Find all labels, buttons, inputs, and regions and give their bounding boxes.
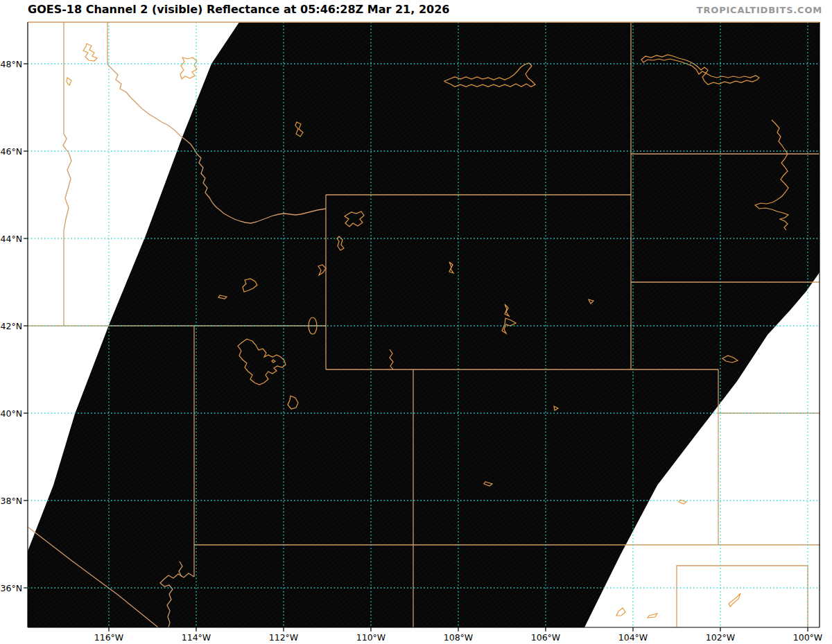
lon-tick-label-114w: 114°W [177, 632, 216, 643]
lon-tick-label-102w: 102°W [701, 632, 740, 643]
lon-tick-label-110w: 110°W [352, 632, 390, 643]
satellite-image-page: GOES-18 Channel 2 (visible) Reflectance … [0, 0, 832, 644]
lat-tick-label-44n: 44°N [0, 234, 22, 244]
lat-tick-label-36n: 36°N [0, 583, 22, 593]
map-svg [0, 0, 832, 644]
lon-tick-label-112w: 112°W [264, 632, 303, 643]
lat-tick-label-46n: 46°N [0, 146, 22, 157]
lon-tick-label-100w: 100°W [788, 632, 827, 643]
lon-tick-label-108w: 108°W [439, 632, 478, 643]
lat-tick-label-48n: 48°N [0, 59, 22, 69]
lat-tick-label-40n: 40°N [0, 408, 22, 419]
lat-tick-label-42n: 42°N [0, 321, 22, 331]
lat-tick-label-38n: 38°N [0, 496, 22, 506]
lon-tick-label-116w: 116°W [89, 632, 128, 643]
lon-tick-label-104w: 104°W [614, 632, 652, 643]
lon-tick-label-106w: 106°W [526, 632, 565, 643]
